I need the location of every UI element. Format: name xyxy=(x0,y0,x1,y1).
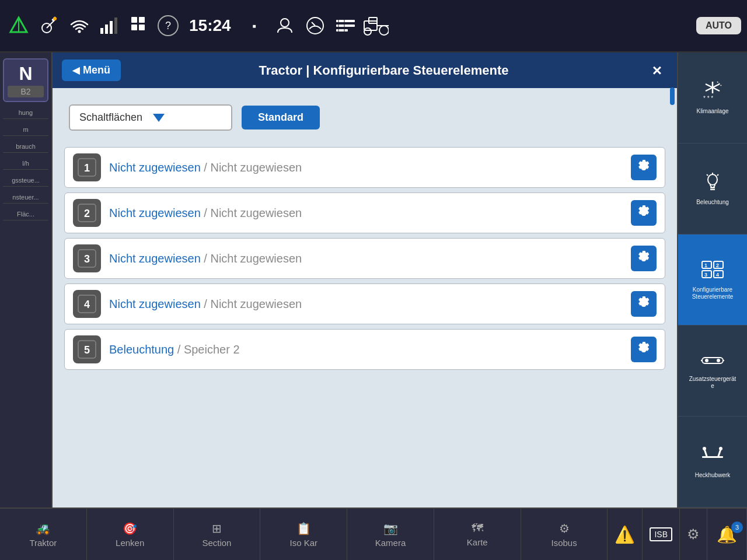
list-items-container: 1 Nicht zugewiesen / Nicht zugewiesen xyxy=(64,147,665,370)
heckhubwerk-label: Heckhubwerk xyxy=(695,472,731,479)
wifi-icon xyxy=(67,13,92,38)
item-label-2: Nicht zugewiesen / Nicht zugewiesen xyxy=(109,206,623,220)
sidebar-label-lh: l/h xyxy=(3,158,48,170)
tab-karte[interactable]: 🗺 Karte xyxy=(434,509,521,560)
tab-settings2[interactable]: ⚙ xyxy=(680,509,707,560)
svg-point-60 xyxy=(705,359,708,362)
svg-line-40 xyxy=(713,84,720,88)
svg-text:4: 4 xyxy=(84,299,90,310)
menu-button-label: Menü xyxy=(83,64,110,76)
svg-rect-13 xyxy=(131,24,137,30)
svg-line-42 xyxy=(713,88,720,91)
svg-line-44 xyxy=(717,82,722,86)
beleuchtung-label: Beleuchtung xyxy=(696,199,729,206)
grid2-icon[interactable] xyxy=(333,13,358,38)
svg-rect-8 xyxy=(105,24,108,34)
notification-count: 3 xyxy=(731,522,743,533)
tab-isb[interactable]: ISB xyxy=(643,509,680,560)
dropdown-arrow-icon xyxy=(153,114,165,122)
item-label-3: Nicht zugewiesen / Nicht zugewiesen xyxy=(109,252,623,265)
item-separator2: / xyxy=(204,206,210,219)
dialog-title: Tractor | Konfigurierbare Steuerelemente xyxy=(130,63,637,78)
scroll-indicator xyxy=(670,88,675,105)
list-item: 3 Nicht zugewiesen / Nicht zugewiesen xyxy=(64,238,665,279)
tab-notification[interactable]: 🔔 3 xyxy=(707,509,747,560)
svg-line-17 xyxy=(312,22,315,26)
zusatz-icon xyxy=(701,352,724,373)
logo-area xyxy=(6,13,32,38)
item-label-text9: Beleuchtung xyxy=(109,343,174,356)
svg-text:1: 1 xyxy=(84,162,90,174)
item-gear-button-3[interactable] xyxy=(631,246,657,271)
item-gear-button-4[interactable] xyxy=(631,291,657,317)
isokar-tab-icon: 📋 xyxy=(296,522,311,536)
tab-isobus[interactable]: ⚙ Isobus xyxy=(521,509,608,560)
item-badge-3: 3 xyxy=(73,244,101,272)
sidebar-item-zusatz[interactable]: Zusatzsteuergeräte xyxy=(678,326,747,416)
status-bar: ? 15:24 ■ AUTO xyxy=(0,0,747,52)
tab-kamera[interactable]: 📷 Kamera xyxy=(347,509,434,560)
time-display: 15:24 xyxy=(189,16,231,35)
svg-point-26 xyxy=(379,26,389,35)
tab-isobus-label: Isobus xyxy=(551,538,577,548)
item-label-5: Beleuchtung / Speicher 2 xyxy=(109,343,623,356)
svg-point-5 xyxy=(53,17,57,20)
zusatz-label: Zusatzsteuergeräte xyxy=(689,376,736,390)
speedometer-icon[interactable] xyxy=(302,13,328,38)
sidebar-label-m: m xyxy=(3,124,48,136)
standard-button[interactable]: Standard xyxy=(242,106,320,130)
svg-point-6 xyxy=(78,30,81,33)
tractor-icon[interactable] xyxy=(363,13,389,38)
isobus-tab-icon: ⚙ xyxy=(559,522,570,536)
item-label-text10: Speicher 2 xyxy=(184,343,240,356)
sidebar-item-konfigurierbare[interactable]: 1 2 3 4 KonfigurierbareSteuerelemente xyxy=(678,235,747,326)
close-button[interactable]: × xyxy=(647,60,668,81)
sidebar-item-beleuchtung[interactable]: Beleuchtung xyxy=(678,144,747,235)
list-item: 2 Nicht zugewiesen / Nicht zugewiesen xyxy=(64,192,665,233)
right-sidebar: * * * Klimaanlage Beleuchtung xyxy=(677,52,747,508)
menu-arrow-icon: ◀ xyxy=(72,65,79,76)
item-badge-4: 4 xyxy=(73,290,101,318)
signal-icon xyxy=(97,13,123,38)
karte-tab-icon: 🗺 xyxy=(472,522,483,535)
item-label-text1: Nicht zugewiesen xyxy=(109,161,201,174)
item-badge-1: 1 xyxy=(73,153,101,181)
dialog-area: ◀ Menü Tractor | Konfigurierbare Steuere… xyxy=(53,52,677,508)
item-separator4: / xyxy=(204,298,210,310)
item-label-text5: Nicht zugewiesen xyxy=(109,252,201,265)
grid-icon[interactable] xyxy=(127,13,153,38)
item-separator1: / xyxy=(204,161,210,174)
svg-rect-7 xyxy=(100,28,103,34)
lenken-tab-icon: 🎯 xyxy=(123,522,137,536)
tab-isokar[interactable]: 📋 Iso Kar xyxy=(260,509,347,560)
user-icon[interactable] xyxy=(272,13,298,38)
item-label-text7: Nicht zugewiesen xyxy=(109,298,201,310)
warning-icon: ⚠️ xyxy=(615,525,635,544)
tab-kamera-label: Kamera xyxy=(375,538,406,548)
sidebar-item-heckhubwerk[interactable]: Heckhubwerk xyxy=(678,416,747,508)
item-gear-button-5[interactable] xyxy=(631,337,657,362)
tab-traktor[interactable]: 🚜 Traktor xyxy=(0,509,87,560)
svg-rect-20 xyxy=(336,29,348,32)
dropdown-schaltflachen[interactable]: Schaltflächen xyxy=(69,104,232,131)
dropdown-row: Schaltflächen Standard xyxy=(64,100,665,135)
item-separator5: / xyxy=(177,343,184,356)
item-badge-2: 2 xyxy=(73,199,101,227)
svg-text:3: 3 xyxy=(84,253,90,265)
sidebar-item-klimaanlage[interactable]: * * * Klimaanlage xyxy=(678,52,747,144)
auto-button[interactable]: AUTO xyxy=(696,17,741,34)
dropdown-value: Schaltflächen xyxy=(79,111,142,124)
tab-warning[interactable]: ⚠️ xyxy=(608,509,643,560)
item-gear-button-1[interactable] xyxy=(631,155,657,180)
item-label-1: Nicht zugewiesen / Nicht zugewiesen xyxy=(109,161,623,174)
tab-section-label: Section xyxy=(202,538,231,548)
svg-text:2: 2 xyxy=(716,262,719,268)
svg-point-25 xyxy=(364,28,371,35)
svg-rect-9 xyxy=(110,21,113,34)
help-icon[interactable]: ? xyxy=(158,15,179,36)
tab-section[interactable]: ⊞ Section xyxy=(174,509,261,560)
settings2-icon: ⚙ xyxy=(687,526,700,542)
menu-button[interactable]: ◀ Menü xyxy=(62,60,121,81)
item-gear-button-2[interactable] xyxy=(631,200,657,226)
tab-lenken[interactable]: 🎯 Lenken xyxy=(87,509,174,560)
